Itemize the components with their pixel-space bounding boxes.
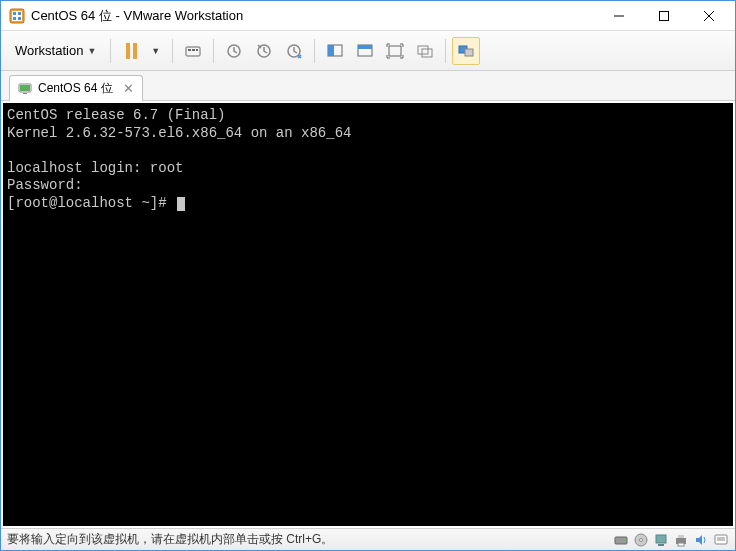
cycle-multiple-monitors-button[interactable] xyxy=(452,37,480,65)
titlebar: CentOS 64 位 - VMware Workstation xyxy=(1,1,735,31)
hard-disk-icon[interactable] xyxy=(613,532,629,548)
svg-rect-36 xyxy=(678,535,684,538)
svg-rect-23 xyxy=(422,49,432,57)
vm-tab-centos[interactable]: CentOS 64 位 ✕ xyxy=(9,75,143,101)
maximize-button[interactable] xyxy=(641,2,686,30)
svg-rect-11 xyxy=(188,49,191,51)
vmware-app-icon xyxy=(9,8,25,24)
svg-point-32 xyxy=(640,538,643,541)
tab-close-button[interactable]: ✕ xyxy=(123,81,134,96)
terminal-line: CentOS release 6.7 (Final) xyxy=(7,107,225,123)
svg-rect-18 xyxy=(328,45,334,56)
fullscreen-button[interactable] xyxy=(381,37,409,65)
chevron-down-icon: ▼ xyxy=(145,46,166,56)
window-title: CentOS 64 位 - VMware Workstation xyxy=(31,7,596,25)
guest-terminal[interactable]: CentOS release 6.7 (Final) Kernel 2.6.32… xyxy=(3,103,733,526)
svg-rect-34 xyxy=(658,544,664,546)
unity-mode-button[interactable] xyxy=(411,37,439,65)
svg-rect-12 xyxy=(192,49,195,51)
svg-rect-7 xyxy=(659,11,668,20)
printer-icon[interactable] xyxy=(673,532,689,548)
snapshot-button[interactable] xyxy=(220,37,248,65)
tabbar: CentOS 64 位 ✕ xyxy=(1,71,735,101)
separator xyxy=(445,39,446,63)
svg-rect-22 xyxy=(418,46,428,54)
cd-dvd-icon[interactable] xyxy=(633,532,649,548)
manage-snapshots-button[interactable] xyxy=(280,37,308,65)
svg-rect-3 xyxy=(18,12,21,15)
terminal-line: Password: xyxy=(7,177,83,193)
network-adapter-icon[interactable] xyxy=(653,532,669,548)
svg-rect-21 xyxy=(389,46,401,56)
monitor-icon xyxy=(18,82,32,96)
console-area: CentOS release 6.7 (Final) Kernel 2.6.32… xyxy=(1,101,735,528)
svg-rect-27 xyxy=(20,85,30,91)
separator xyxy=(314,39,315,63)
message-log-icon[interactable] xyxy=(713,532,729,548)
separator xyxy=(172,39,173,63)
svg-rect-4 xyxy=(13,17,16,20)
workstation-menu[interactable]: Workstation ▼ xyxy=(7,39,104,62)
svg-rect-2 xyxy=(13,12,16,15)
svg-rect-28 xyxy=(23,93,27,94)
toolbar: Workstation ▼ ▼ xyxy=(1,31,735,71)
separator xyxy=(110,39,111,63)
svg-rect-10 xyxy=(186,47,200,56)
thumbnail-view-button[interactable] xyxy=(351,37,379,65)
close-button[interactable] xyxy=(686,2,731,30)
pause-icon xyxy=(117,37,145,65)
pause-suspend-group[interactable]: ▼ xyxy=(117,37,166,65)
revert-snapshot-button[interactable] xyxy=(250,37,278,65)
svg-rect-37 xyxy=(678,543,684,546)
tab-label: CentOS 64 位 xyxy=(38,80,113,97)
svg-rect-13 xyxy=(196,49,198,51)
svg-rect-33 xyxy=(656,535,666,543)
send-ctrl-alt-del-button[interactable] xyxy=(179,37,207,65)
svg-point-30 xyxy=(624,539,626,541)
svg-rect-25 xyxy=(465,49,473,56)
workstation-menu-label: Workstation xyxy=(15,43,83,58)
terminal-line: localhost login: root xyxy=(7,160,183,176)
minimize-button[interactable] xyxy=(596,2,641,30)
device-status-icons xyxy=(613,532,729,548)
svg-rect-20 xyxy=(358,45,372,49)
terminal-line: Kernel 2.6.32-573.el6.x86_64 on an x86_6… xyxy=(7,125,351,141)
svg-rect-5 xyxy=(18,17,21,20)
show-console-button[interactable] xyxy=(321,37,349,65)
cursor xyxy=(177,197,185,211)
chevron-down-icon: ▼ xyxy=(87,46,96,56)
statusbar: 要将输入定向到该虚拟机，请在虚拟机内部单击或按 Ctrl+G。 xyxy=(1,528,735,550)
terminal-prompt: [root@localhost ~]# xyxy=(7,195,175,211)
separator xyxy=(213,39,214,63)
sound-icon[interactable] xyxy=(693,532,709,548)
status-message: 要将输入定向到该虚拟机，请在虚拟机内部单击或按 Ctrl+G。 xyxy=(7,531,613,548)
window-controls xyxy=(596,2,731,30)
